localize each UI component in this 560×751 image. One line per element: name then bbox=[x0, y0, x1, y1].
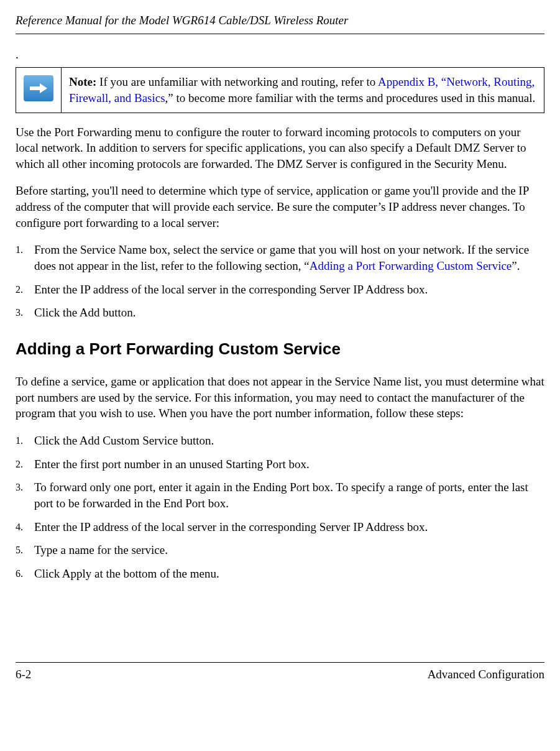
stray-period: . bbox=[16, 47, 544, 63]
note-label: Note: bbox=[69, 75, 96, 88]
page-number: 6-2 bbox=[16, 666, 31, 683]
page-footer: 6-2 Advanced Configuration bbox=[16, 662, 544, 683]
note-text-before: If you are unfamiliar with networking an… bbox=[96, 75, 378, 88]
list-item: Enter the IP address of the local server… bbox=[16, 282, 544, 298]
list-item-text-b: ”. bbox=[512, 259, 520, 272]
before-paragraph: Before starting, you'll need to determin… bbox=[16, 183, 544, 231]
list-item: Enter the first port number in an unused… bbox=[16, 456, 544, 472]
custom-paragraph: To define a service, game or application… bbox=[16, 374, 544, 422]
list-item: Click the Add button. bbox=[16, 305, 544, 321]
list-item: Enter the IP address of the local server… bbox=[16, 519, 544, 535]
list-item: Type a name for the service. bbox=[16, 542, 544, 558]
header-rule bbox=[16, 34, 544, 34]
note-text-after: ,” to become more familiar with the term… bbox=[165, 91, 536, 104]
list-item: To forward only one port, enter it again… bbox=[16, 479, 544, 511]
footer-rule bbox=[16, 662, 544, 663]
arrow-right-icon bbox=[24, 75, 53, 101]
note-box: Note: If you are unfamiliar with network… bbox=[16, 67, 544, 113]
page-header-title: Reference Manual for the Model WGR614 Ca… bbox=[16, 12, 544, 29]
steps-list-1: From the Service Name box, select the se… bbox=[16, 242, 544, 321]
section-name: Advanced Configuration bbox=[428, 666, 544, 683]
list-item: From the Service Name box, select the se… bbox=[16, 242, 544, 274]
steps-list-2: Click the Add Custom Service button. Ent… bbox=[16, 433, 544, 581]
list-item: Click Apply at the bottom of the menu. bbox=[16, 566, 544, 582]
intro-paragraph: Use the Port Forwarding menu to configur… bbox=[16, 124, 544, 172]
list-item-link[interactable]: Adding a Port Forwarding Custom Service bbox=[310, 259, 512, 272]
note-text: Note: If you are unfamiliar with network… bbox=[62, 68, 544, 113]
list-item: Click the Add Custom Service button. bbox=[16, 433, 544, 449]
section-heading: Adding a Port Forwarding Custom Service bbox=[16, 338, 544, 360]
note-icon-cell bbox=[16, 68, 62, 113]
